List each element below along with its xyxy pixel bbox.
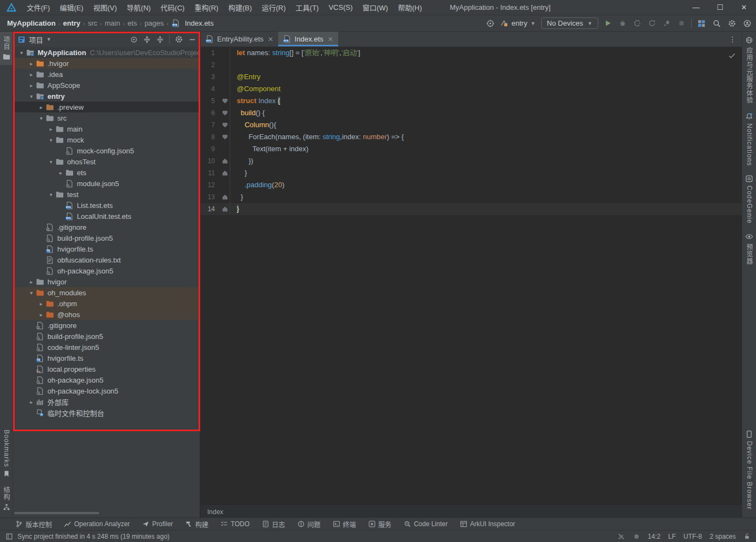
- chevron-collapsed-icon[interactable]: ▸: [27, 399, 35, 405]
- code-editor[interactable]: 1let names: string[] = ['原始','神明','启动']2…: [201, 47, 742, 505]
- code-line-6[interactable]: 6 build() {: [201, 107, 742, 119]
- tab-index-ets[interactable]: ETSIndex.ets✕: [278, 32, 338, 46]
- tree-item-1[interactable]: ▸.hvigor: [13, 58, 200, 69]
- menu-item-11[interactable]: 帮助(H): [393, 2, 427, 13]
- code-line-12[interactable]: 12 .padding(20): [201, 179, 742, 191]
- chevron-collapsed-icon[interactable]: ▸: [27, 279, 35, 285]
- locate-icon[interactable]: [130, 35, 138, 44]
- fold-close-icon[interactable]: [220, 155, 230, 167]
- fold-open-icon[interactable]: [220, 107, 230, 119]
- menu-item-1[interactable]: 编辑(E): [55, 2, 88, 13]
- code-line-2[interactable]: 2: [201, 59, 742, 71]
- menu-item-9[interactable]: VCS(S): [323, 3, 357, 11]
- indent-setting[interactable]: 2 spaces: [710, 533, 736, 540]
- chevron-expanded-icon[interactable]: ▾: [47, 159, 55, 165]
- tree-item-33[interactable]: 临时文件和控制台: [13, 407, 200, 418]
- close-button[interactable]: ✕: [732, 0, 756, 15]
- tree-item-13[interactable]: ▾test: [13, 189, 200, 200]
- tool-window-button-todo[interactable]: TODO: [220, 520, 249, 528]
- hide-icon[interactable]: [188, 35, 196, 44]
- settings-gear-icon[interactable]: [728, 19, 736, 28]
- code-line-8[interactable]: 8 ForEach(names, (item: string,index: nu…: [201, 131, 742, 143]
- code-line-3[interactable]: 3@Entry: [201, 71, 742, 83]
- menu-item-10[interactable]: 窗口(W): [358, 2, 393, 13]
- tree-item-27[interactable]: code-linter.json5: [13, 342, 200, 353]
- tree-item-18[interactable]: TShvigorfile.ts: [13, 243, 200, 254]
- close-icon[interactable]: ✕: [268, 35, 273, 43]
- tree-item-4[interactable]: ▾entry: [13, 91, 200, 102]
- expand-all-icon[interactable]: [143, 35, 151, 44]
- account-icon[interactable]: [743, 19, 752, 28]
- tool-window-button-code-linter[interactable]: SCode Linter: [404, 520, 448, 528]
- caret-position[interactable]: 14:2: [648, 533, 661, 540]
- tree-item-10[interactable]: ▾ohosTest: [13, 156, 200, 167]
- tree-item-24[interactable]: ▸@ohos: [13, 309, 200, 320]
- tool-stripe-button--[interactable]: 项目: [0, 32, 13, 65]
- tree-item-8[interactable]: ▾mock: [13, 134, 200, 145]
- chevron-expanded-icon[interactable]: ▾: [27, 93, 35, 99]
- menu-item-5[interactable]: 重构(R): [189, 2, 223, 13]
- tree-item-0[interactable]: ▾MyApplicationC:\Users\user\DevEcoStudio…: [13, 47, 200, 58]
- settings-icon[interactable]: [175, 35, 183, 44]
- tree-item-29[interactable]: local.properties: [13, 364, 200, 374]
- more-options-icon[interactable]: ⋮: [723, 35, 742, 44]
- chevron-expanded-icon[interactable]: ▾: [47, 192, 55, 198]
- tab-entryability-ets[interactable]: ETSEntryAbility.ets✕: [201, 32, 278, 46]
- tree-item-20[interactable]: oh-package.json5: [13, 265, 200, 276]
- breadcrumb-item-5[interactable]: pages: [143, 19, 165, 27]
- code-line-14[interactable]: 14}: [201, 203, 742, 215]
- tree-item-14[interactable]: ETSList.test.ets: [13, 200, 200, 211]
- breadcrumb-item-1[interactable]: entry: [62, 19, 82, 27]
- tool-window-button--[interactable]: 构建: [185, 520, 208, 529]
- code-line-7[interactable]: 7 Column(){: [201, 119, 742, 131]
- chevron-expanded-icon[interactable]: ▾: [27, 290, 35, 296]
- tree-item-17[interactable]: build-profile.json5: [13, 233, 200, 243]
- file-encoding[interactable]: UTF-8: [683, 533, 702, 540]
- lock-open-icon[interactable]: [743, 533, 751, 540]
- chevron-expanded-icon[interactable]: ▾: [47, 137, 55, 143]
- chevron-collapsed-icon[interactable]: ▸: [27, 72, 35, 78]
- device-manager-icon[interactable]: [697, 19, 706, 28]
- tool-window-button--[interactable]: 日志: [262, 520, 285, 529]
- tree-item-26[interactable]: build-profile.json5: [13, 331, 200, 342]
- debug-icon[interactable]: [619, 19, 627, 27]
- inspections-ok-icon[interactable]: [728, 51, 736, 60]
- tool-stripe-button-codegenie[interactable]: GCodeGenie: [742, 170, 756, 228]
- tool-window-button--[interactable]: 问题: [297, 520, 321, 529]
- breadcrumb-item-3[interactable]: main: [103, 19, 122, 27]
- profile-icon[interactable]: [633, 19, 641, 27]
- chevron-down-icon[interactable]: ▼: [46, 37, 51, 42]
- fold-open-icon[interactable]: [220, 95, 230, 107]
- maximize-button[interactable]: ☐: [708, 0, 732, 15]
- breadcrumb-item-0[interactable]: MyApplication: [5, 19, 57, 27]
- tool-stripe-button--[interactable]: 结构: [0, 482, 13, 515]
- tree-item-22[interactable]: ▾oh_modules: [13, 287, 200, 298]
- code-line-13[interactable]: 13 }: [201, 191, 742, 203]
- project-panel-title[interactable]: 项目: [29, 34, 43, 45]
- tree-item-6[interactable]: ▾src: [13, 112, 200, 123]
- breadcrumb-item-2[interactable]: src: [86, 19, 99, 27]
- target-icon[interactable]: [486, 19, 495, 28]
- attach-icon[interactable]: [663, 19, 671, 27]
- restart-icon[interactable]: [648, 19, 656, 27]
- run-icon[interactable]: [604, 19, 612, 27]
- tree-item-2[interactable]: ▸.idea: [13, 69, 200, 80]
- fold-close-icon[interactable]: [220, 191, 230, 203]
- tree-item-21[interactable]: ▸hvigor: [13, 276, 200, 287]
- menu-item-0[interactable]: 文件(F): [22, 2, 55, 13]
- tree-item-31[interactable]: oh-package-lock.json5: [13, 385, 200, 396]
- fold-open-icon[interactable]: [220, 131, 230, 143]
- tree-item-25[interactable]: .gitignore: [13, 320, 200, 331]
- chevron-expanded-icon[interactable]: ▾: [17, 50, 26, 56]
- window-toggle-icon[interactable]: [5, 533, 13, 540]
- tree-item-15[interactable]: ETSLocalUnit.test.ets: [13, 211, 200, 222]
- collapse-all-icon[interactable]: [156, 35, 164, 44]
- chevron-collapsed-icon[interactable]: ▸: [27, 82, 35, 88]
- tree-item-28[interactable]: TShvigorfile.ts: [13, 353, 200, 364]
- status-message[interactable]: Sync project finished in 4 s 248 ms (19 …: [17, 533, 170, 540]
- breadcrumb-item-4[interactable]: ets: [126, 19, 139, 27]
- menu-item-3[interactable]: 导航(N): [122, 2, 155, 13]
- chevron-collapsed-icon[interactable]: ▸: [47, 126, 55, 132]
- tree-item-32[interactable]: ▸外部库: [13, 396, 200, 407]
- code-line-1[interactable]: 1let names: string[] = ['原始','神明','启动']: [201, 47, 742, 59]
